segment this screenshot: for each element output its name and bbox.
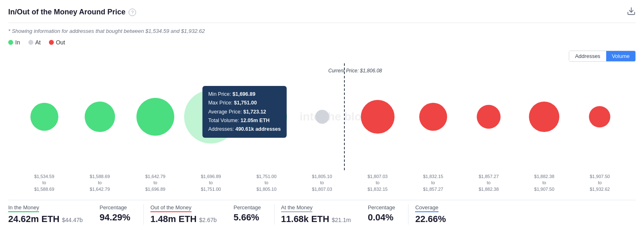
legend-dot-out bbox=[49, 40, 54, 45]
price-line bbox=[344, 63, 345, 170]
stat-label-out-pct: Percentage bbox=[233, 204, 261, 211]
stat-divider-6 bbox=[408, 204, 409, 225]
bubble-col-b3 bbox=[127, 98, 183, 136]
stat-value-in-pct: 94.29% bbox=[99, 212, 130, 223]
stat-sub-out-the-money: $2.67b bbox=[199, 217, 217, 223]
stat-value-at-the-money: 11.68k ETH$21.1m bbox=[281, 214, 351, 225]
main-container: In/Out of the Money Around Price ? * Sho… bbox=[0, 0, 644, 231]
bubble-b10[interactable] bbox=[529, 102, 559, 132]
view-toggle: Addresses Volume bbox=[569, 51, 636, 62]
bubbles-row: Min Price: $1,696.89 Max Price: $1,751.0… bbox=[8, 63, 636, 170]
bubble-b7[interactable] bbox=[361, 100, 395, 134]
x-label-b5: $1,751.00to$1,805.10 bbox=[239, 174, 294, 192]
legend-label-out: Out bbox=[56, 39, 65, 46]
bubble-col-b2 bbox=[72, 102, 127, 132]
stat-divider-2 bbox=[143, 204, 144, 225]
bubble-b5[interactable] bbox=[246, 96, 287, 137]
stat-divider-4 bbox=[274, 204, 275, 225]
header-left: In/Out of the Money Around Price ? bbox=[8, 8, 136, 16]
chart-area: into the block Current Price: $1,806.08 … bbox=[8, 63, 636, 170]
legend-label-in: In bbox=[15, 39, 20, 46]
bubble-col-b11 bbox=[572, 106, 628, 127]
bubble-col-b4: Min Price: $1,696.89 Max Price: $1,751.0… bbox=[183, 90, 239, 144]
x-label-b6: $1,805.10to$1,807.03 bbox=[294, 174, 350, 192]
stat-value-in-the-money: 24.62m ETH$44.47b bbox=[8, 214, 83, 225]
legend-label-at: At bbox=[35, 39, 41, 46]
help-icon[interactable]: ? bbox=[129, 9, 136, 16]
legend-in: In bbox=[8, 39, 20, 46]
stat-sub-in-the-money: $44.47b bbox=[62, 217, 83, 223]
bubble-b2[interactable] bbox=[85, 102, 115, 132]
stat-value-out-pct: 5.66% bbox=[233, 212, 261, 223]
x-label-b10: $1,882.38to$1,907.50 bbox=[517, 174, 572, 192]
legend-at: At bbox=[28, 39, 41, 46]
chart-legend: In At Out bbox=[8, 39, 636, 46]
legend-dot-in bbox=[8, 40, 13, 45]
x-label-b9: $1,857.27to$1,882.38 bbox=[461, 174, 517, 192]
x-label-b1: $1,534.59to$1,588.69 bbox=[16, 174, 72, 192]
x-label-b11: $1,907.50to$1,932.62 bbox=[572, 174, 628, 192]
stat-label-in-pct: Percentage bbox=[99, 204, 130, 211]
x-label-b4: $1,696.89to$1,751.00 bbox=[183, 174, 239, 192]
bubble-b1[interactable] bbox=[30, 103, 58, 131]
download-icon[interactable] bbox=[627, 7, 636, 18]
stat-group-coverage: Coverage22.66% bbox=[415, 204, 452, 225]
bubble-col-b6 bbox=[294, 110, 350, 124]
legend-dot-at bbox=[28, 40, 33, 45]
current-price-label: Current Price: $1,806.08 bbox=[328, 67, 382, 74]
stat-label-in-the-money: In the Money bbox=[8, 204, 83, 212]
stat-group-at-pct: Percentage0.04% bbox=[368, 204, 402, 223]
stat-group-in-the-money: In the Money24.62m ETH$44.47b bbox=[8, 204, 89, 225]
bubble-col-b10 bbox=[517, 102, 572, 132]
current-price-text: Current Price: $1,806.08 bbox=[328, 68, 382, 74]
chart-title: In/Out of the Money Around Price bbox=[8, 8, 125, 16]
bubble-col-b9 bbox=[461, 105, 517, 129]
bubble-col-b8 bbox=[405, 103, 461, 131]
bubble-col-b7 bbox=[350, 100, 405, 134]
stat-label-at-pct: Percentage bbox=[368, 204, 395, 211]
bubble-b6[interactable] bbox=[315, 110, 329, 124]
legend-out: Out bbox=[49, 39, 65, 46]
stat-group-at-the-money: At the Money11.68k ETH$21.1m bbox=[281, 204, 358, 225]
x-label-b3: $1,642.79to$1,696.89 bbox=[127, 174, 183, 192]
stat-value-out-the-money: 1.48m ETH$2.67b bbox=[150, 214, 217, 225]
x-label-b7: $1,807.03to$1,832.15 bbox=[350, 174, 405, 192]
bubble-b9[interactable] bbox=[477, 105, 501, 129]
chart-controls: Addresses Volume bbox=[8, 51, 636, 62]
volume-button[interactable]: Volume bbox=[606, 51, 635, 61]
stat-group-out-the-money: Out of the Money1.48m ETH$2.67b bbox=[150, 204, 223, 225]
stat-group-out-pct: Percentage5.66% bbox=[233, 204, 268, 223]
x-axis: $1,534.59to$1,588.69$1,588.69to$1,642.79… bbox=[8, 174, 636, 192]
stat-label-out-the-money: Out of the Money bbox=[150, 204, 217, 212]
stat-label-coverage: Coverage bbox=[415, 204, 446, 212]
x-label-b2: $1,588.69to$1,642.79 bbox=[72, 174, 127, 192]
stat-value-at-pct: 0.04% bbox=[368, 212, 395, 223]
stat-group-in-pct: Percentage94.29% bbox=[99, 204, 137, 223]
bubble-col-b1 bbox=[16, 103, 72, 131]
addresses-button[interactable]: Addresses bbox=[569, 51, 606, 61]
stat-sub-at-the-money: $21.1m bbox=[332, 217, 351, 223]
bubble-b4[interactable] bbox=[184, 90, 238, 144]
bubble-b11[interactable] bbox=[589, 106, 610, 127]
x-label-b8: $1,832.15to$1,857.27 bbox=[405, 174, 461, 192]
stat-label-at-the-money: At the Money bbox=[281, 204, 351, 212]
stats-bar: In the Money24.62m ETH$44.47bPercentage9… bbox=[8, 200, 636, 225]
chart-header: In/Out of the Money Around Price ? bbox=[8, 7, 636, 23]
stat-value-coverage: 22.66% bbox=[415, 214, 446, 225]
bubble-col-b5 bbox=[239, 96, 294, 137]
bubble-b3[interactable] bbox=[136, 98, 174, 136]
bubble-b8[interactable] bbox=[419, 103, 447, 131]
chart-subtitle: * Showing information for addresses that… bbox=[8, 28, 636, 34]
